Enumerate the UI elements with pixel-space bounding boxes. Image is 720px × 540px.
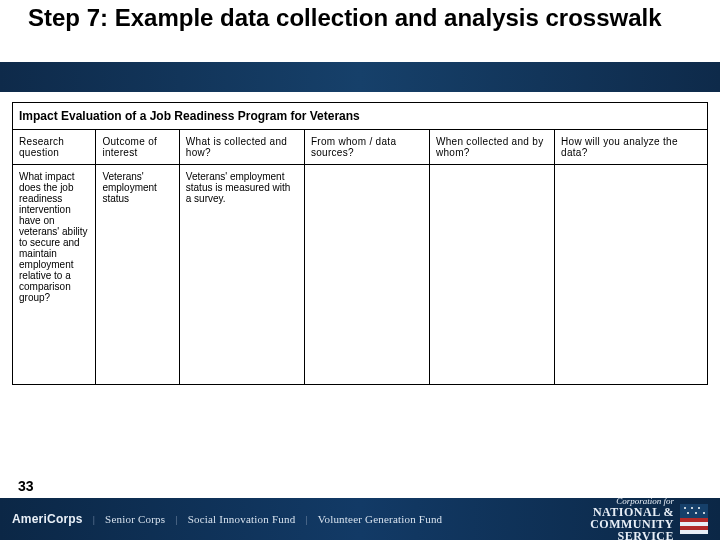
col-header: When collected and by whom? [429,130,554,165]
brand-line: COMMUNITY [590,518,674,530]
footer-bar: AmeriCorps | Senior Corps | Social Innov… [0,498,720,540]
crosswalk-table: Impact Evaluation of a Job Readiness Pro… [12,102,708,385]
svg-rect-0 [680,504,708,518]
footer-programs: AmeriCorps | Senior Corps | Social Innov… [12,512,590,526]
svg-rect-8 [680,522,708,526]
brand-line: Corporation for [616,496,674,506]
table-row: What impact does the job readiness inter… [13,165,708,385]
col-header: How will you analyze the data? [555,130,708,165]
svg-point-5 [695,512,697,514]
svg-rect-9 [680,526,708,530]
cell-from-whom [304,165,429,385]
title-accent-bar [0,62,720,92]
slide: Step 7: Example data collection and anal… [0,0,720,540]
footer-program: Social Innovation Fund [188,513,296,525]
separator-icon: | [175,513,177,525]
brand-line: SERVICE [590,530,674,541]
table-header-row: Research question Outcome of interest Wh… [13,130,708,165]
cncs-brand: Corporation for NATIONAL & COMMUNITY SER… [590,497,708,541]
footer-program: Senior Corps [105,513,165,525]
svg-point-3 [698,507,700,509]
flag-icon [680,504,708,534]
svg-rect-10 [680,530,708,534]
table-caption: Impact Evaluation of a Job Readiness Pro… [13,103,708,130]
brand-line: NATIONAL & [590,506,674,518]
cell-when-collected [429,165,554,385]
cell-research-question: What impact does the job readiness inter… [13,165,96,385]
separator-icon: | [305,513,307,525]
page-number: 33 [18,478,34,494]
cell-analyze [555,165,708,385]
separator-icon: | [93,513,95,525]
svg-point-4 [687,512,689,514]
svg-point-6 [703,512,705,514]
title-area: Step 7: Example data collection and anal… [0,0,720,92]
table-caption-row: Impact Evaluation of a Job Readiness Pro… [13,103,708,130]
col-header: From whom / data sources? [304,130,429,165]
svg-point-2 [691,507,693,509]
cncs-brand-text: Corporation for NATIONAL & COMMUNITY SER… [590,497,674,541]
col-header: What is collected and how? [179,130,304,165]
americorps-logo-text: AmeriCorps [12,512,83,526]
table-container: Impact Evaluation of a Job Readiness Pro… [0,92,720,540]
cell-what-collected: Veterans' employment status is measured … [179,165,304,385]
svg-point-1 [684,507,686,509]
footer-program: Volunteer Generation Fund [318,513,443,525]
svg-rect-7 [680,518,708,522]
slide-title: Step 7: Example data collection and anal… [28,4,692,33]
col-header: Outcome of interest [96,130,179,165]
cell-outcome: Veterans' employment status [96,165,179,385]
col-header: Research question [13,130,96,165]
